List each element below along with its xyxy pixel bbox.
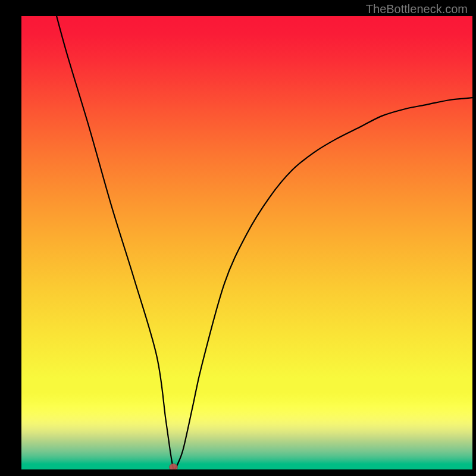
plot-background xyxy=(21,16,472,469)
chart-container: TheBottleneck.com xyxy=(0,0,476,476)
watermark-text: TheBottleneck.com xyxy=(366,2,468,16)
chart-svg xyxy=(0,0,476,476)
